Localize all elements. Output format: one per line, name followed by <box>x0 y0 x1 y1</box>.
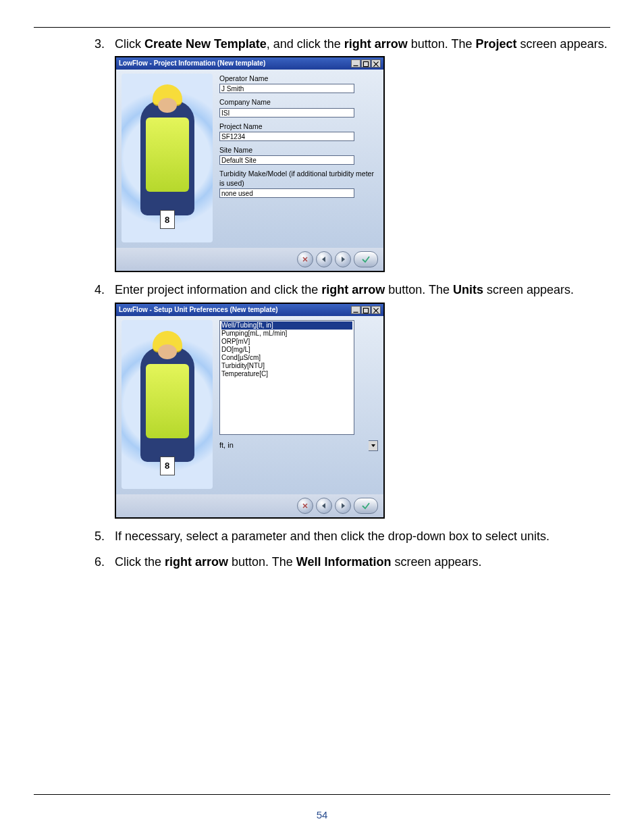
footer-rule <box>34 794 610 795</box>
next-button[interactable] <box>335 498 351 514</box>
operator-name-label: Operator Name <box>219 74 378 83</box>
list-item[interactable]: Turbidity[NTU] <box>221 362 352 370</box>
step-badge: 8 <box>160 210 175 229</box>
window-body: 8 Well/Tubing[ft, in] Pumping[mL, mL/min… <box>116 316 383 494</box>
nav-bar <box>116 494 383 517</box>
step-5: 5. If necessary, select a parameter and … <box>34 528 610 544</box>
confirm-button[interactable] <box>354 251 378 267</box>
project-name-field[interactable]: SF1234 <box>219 132 354 141</box>
page-number: 54 <box>0 809 644 820</box>
window-controls <box>351 306 381 314</box>
titlebar: LowFlow - Setup Unit Preferences (New te… <box>116 304 383 316</box>
svg-marker-7 <box>342 257 345 262</box>
header-rule <box>34 27 610 28</box>
turbidity-field[interactable]: none used <box>219 188 354 198</box>
window-title: LowFlow - Project Information (New templ… <box>119 57 265 70</box>
window-title: LowFlow - Setup Unit Preferences (New te… <box>119 304 278 316</box>
sidebar-illustration: 8 <box>122 320 213 489</box>
cancel-button[interactable] <box>297 498 313 514</box>
window-body: 8 Operator Name J Smith Company Name ISI… <box>116 70 383 248</box>
back-button[interactable] <box>316 498 332 514</box>
window-controls <box>351 59 381 68</box>
units-select[interactable]: ft, in <box>219 440 378 451</box>
company-name-label: Company Name <box>219 97 378 107</box>
instruction-list: 3. Click Create New Template, and click … <box>34 36 610 570</box>
step-text: Click the right arrow button. The Well I… <box>115 555 482 569</box>
next-button[interactable] <box>335 251 351 267</box>
list-item[interactable]: Temperature[C] <box>221 370 352 378</box>
document-page: 3. Click Create New Template, and click … <box>0 0 644 834</box>
maximize-button[interactable] <box>361 306 371 314</box>
form-column: Operator Name J Smith Company Name ISI P… <box>219 74 378 242</box>
step-text: Click Create New Template, and click the… <box>115 37 608 51</box>
project-info-window: LowFlow - Project Information (New templ… <box>115 56 385 272</box>
titlebar: LowFlow - Project Information (New templ… <box>116 57 383 70</box>
step-number: 3. <box>95 36 105 52</box>
step-text: If necessary, select a parameter and the… <box>115 529 549 543</box>
list-item[interactable]: Cond[µS/cm] <box>221 354 352 362</box>
svg-marker-15 <box>322 503 325 509</box>
confirm-button[interactable] <box>354 498 378 514</box>
minimize-button[interactable] <box>351 306 360 314</box>
step-number: 4. <box>95 282 105 298</box>
step-number: 6. <box>95 554 105 570</box>
parameter-listbox[interactable]: Well/Tubing[ft, in] Pumping[mL, mL/min] … <box>219 320 354 435</box>
site-name-label: Site Name <box>219 145 378 155</box>
step-6: 6. Click the right arrow button. The Wel… <box>34 554 610 570</box>
operator-name-field[interactable]: J Smith <box>219 84 354 93</box>
list-item[interactable]: Well/Tubing[ft, in] <box>221 321 352 330</box>
step-badge: 8 <box>160 457 175 475</box>
svg-rect-1 <box>363 62 368 67</box>
step-4: 4. Enter project information and click t… <box>34 282 610 518</box>
step-text: Enter project information and click the … <box>115 283 574 296</box>
unit-preferences-window: LowFlow - Setup Unit Preferences (New te… <box>115 303 385 519</box>
site-name-field[interactable]: Default Site <box>219 155 354 165</box>
back-button[interactable] <box>316 251 332 267</box>
list-item[interactable]: Pumping[mL, mL/min] <box>221 330 352 338</box>
close-button[interactable] <box>371 306 381 314</box>
list-item[interactable]: DO[mg/L] <box>221 346 352 354</box>
nav-bar <box>116 248 383 271</box>
step-number: 5. <box>95 528 105 544</box>
chevron-down-icon <box>371 443 376 448</box>
company-name-field[interactable]: ISI <box>219 108 354 118</box>
svg-marker-16 <box>342 503 345 509</box>
sidebar-illustration: 8 <box>122 74 213 242</box>
project-name-label: Project Name <box>219 122 378 131</box>
units-select-value[interactable]: ft, in <box>219 440 369 451</box>
step-3: 3. Click Create New Template, and click … <box>34 36 610 272</box>
svg-rect-9 <box>363 308 368 313</box>
cancel-button[interactable] <box>297 251 313 267</box>
minimize-button[interactable] <box>351 59 360 68</box>
form-column: Well/Tubing[ft, in] Pumping[mL, mL/min] … <box>219 320 378 489</box>
svg-marker-12 <box>371 444 375 447</box>
close-button[interactable] <box>371 59 381 68</box>
dropdown-button[interactable] <box>369 440 378 451</box>
list-item[interactable]: ORP[mV] <box>221 338 352 346</box>
svg-marker-6 <box>322 257 325 262</box>
turbidity-label: Turbidity Make/Model (if additional turb… <box>219 169 378 188</box>
maximize-button[interactable] <box>361 59 371 68</box>
